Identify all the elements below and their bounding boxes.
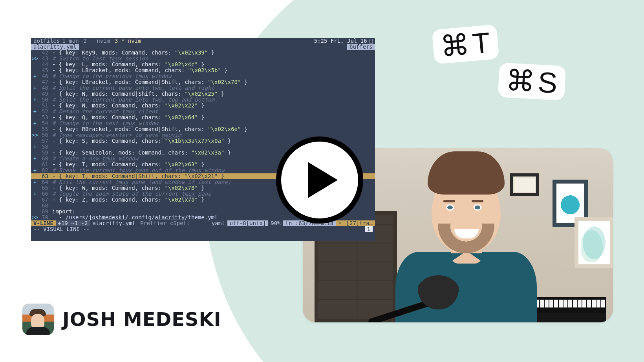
line-content: - { key: LBracket, mods: Command, chars:…: [50, 67, 375, 73]
line-content: # Detach the current tmux client: [50, 109, 375, 115]
code-line[interactable]: 44- { key: L, mods: Command, chars: "\x0…: [31, 62, 375, 67]
gutter-blank: [31, 138, 39, 144]
line-number: 50: [39, 97, 50, 103]
command-icon: ⌘: [505, 66, 536, 97]
gutter-plus-icon: +: [31, 97, 39, 103]
gutter-plus-icon: +: [31, 144, 39, 150]
gutter-blank: [31, 62, 39, 67]
shortcut-letter: T: [471, 28, 491, 59]
line-number: 65: [39, 185, 50, 191]
line-number: 67: [39, 197, 50, 203]
gutter-blank: [31, 91, 39, 97]
editor-count: 1: [365, 226, 373, 232]
status-encoding: utf-8[unix]: [227, 220, 269, 226]
line-content: # Change to the previous tmux window: [50, 73, 375, 79]
code-line[interactable]: +50# Split the current pane into two, to…: [31, 97, 375, 103]
status-filetype: yaml: [209, 220, 227, 226]
tmux-clock: 5:25 Fri, Jul 16: [314, 38, 367, 44]
line-content: - { key: N, mods: Command, chars: "\x02\…: [50, 103, 375, 109]
line-number: 46: [39, 73, 50, 79]
status-filename: alacritty.yml: [90, 220, 138, 226]
editor-buffers-label[interactable]: buffers: [347, 44, 375, 50]
line-number: 55: [39, 126, 50, 132]
gutter-plus-icon: +: [31, 191, 39, 197]
code-line[interactable]: +54# Change to the next tmux window: [31, 120, 375, 126]
gutter-blank: [31, 103, 39, 109]
code-line[interactable]: 47- { key: LBracket, mods: Command|Shift…: [31, 79, 375, 85]
line-content: - { key: RBracket, mods: Command|Shift, …: [50, 126, 375, 132]
code-line[interactable]: 42- { key: Key9, mods: Command, chars: "…: [31, 50, 375, 56]
tmux-tab-1[interactable]: 1 man: [60, 38, 81, 44]
code-line[interactable]: +48# Split the current pane into two, le…: [31, 85, 375, 91]
status-clock-icon: ☼: [336, 220, 344, 226]
line-number: 57: [39, 138, 50, 144]
line-number: 45: [39, 67, 50, 73]
gutter-blank: [31, 150, 39, 156]
gutter-arrow-icon: >>: [31, 56, 39, 62]
gutter-plus-icon: +: [31, 156, 39, 162]
gutter-blank: [31, 115, 39, 120]
line-content: - { key: L, mods: Command, chars: "\x02\…: [50, 62, 375, 67]
line-number: 54: [39, 120, 50, 126]
gutter-blank: [31, 197, 39, 203]
line-number: 52: [39, 109, 50, 115]
author-badge[interactable]: JOSH MEDESKI: [22, 304, 221, 335]
line-number: 56: [39, 132, 50, 138]
gutter-blank: [31, 79, 39, 85]
gutter-arrow-icon: >>: [31, 132, 39, 138]
line-number: 48: [39, 85, 50, 91]
gutter-blank: [31, 126, 39, 132]
gutter-plus-icon: +: [31, 120, 39, 126]
line-content: - { key: Q, mods: Command, chars: "\x02\…: [50, 115, 375, 120]
shortcut-letter: S: [537, 68, 558, 98]
line-content: # Change to the next tmux window: [50, 120, 375, 126]
gutter-blank: [31, 203, 39, 209]
gutter-plus-icon: +: [31, 109, 39, 115]
code-line[interactable]: 53- { key: Q, mods: Command, chars: "\x0…: [31, 115, 375, 120]
line-number: 63: [39, 173, 50, 179]
gutter-plus-icon: +: [31, 179, 39, 185]
line-number: 44: [39, 62, 50, 67]
gutter-plus-icon: +: [31, 167, 39, 173]
play-button[interactable]: [276, 136, 363, 224]
gutter-blank: [31, 67, 39, 73]
line-content: - { key: Key9, mods: Command, chars: "\x…: [50, 50, 375, 56]
author-name: JOSH MEDESKI: [62, 308, 221, 330]
gutter-plus-icon: +: [31, 85, 39, 91]
code-line[interactable]: 45- { key: LBracket, mods: Command, char…: [31, 67, 375, 73]
status-mode: V-LINE: [31, 220, 56, 226]
line-number: 68: [39, 203, 50, 209]
code-line[interactable]: 51- { key: N, mods: Command, chars: "\x0…: [31, 103, 375, 109]
line-content: # Split the current pane into two, top a…: [50, 97, 375, 103]
code-line[interactable]: >>43# Switch to last tmux session: [31, 56, 375, 62]
line-number: 64: [39, 179, 50, 185]
gutter-blank: [31, 209, 39, 215]
line-number: 43: [39, 56, 50, 62]
line-number: 47: [39, 79, 50, 85]
code-line[interactable]: +46# Change to the previous tmux window: [31, 73, 375, 79]
tmux-tab-2[interactable]: 2 - nvim: [81, 38, 112, 44]
code-line[interactable]: +52# Detach the current tmux client: [31, 109, 375, 115]
line-content: # Split the current pane into two, left …: [50, 85, 375, 91]
status-linters: Prettier cSpell: [138, 220, 192, 226]
line-content: - { key: N, mods: Command|Shift, chars: …: [50, 91, 375, 97]
tmux-tab-3[interactable]: 3 * nvim: [112, 38, 143, 44]
code-line[interactable]: 49- { key: N, mods: Command|Shift, chars…: [31, 91, 375, 97]
line-number: 61: [39, 162, 50, 167]
command-icon: ⌘: [439, 30, 470, 61]
editor-filename[interactable]: alacritty.yml: [31, 44, 79, 50]
code-line[interactable]: 55- { key: RBracket, mods: Command|Shift…: [31, 126, 375, 132]
gutter-blank: [31, 185, 39, 191]
shortcut-pill-cmd-t: ⌘ T: [432, 24, 499, 64]
editor-tabline: alacritty.yml buffers: [31, 44, 375, 50]
line-number: 59: [39, 150, 50, 156]
apple-icon: : [370, 38, 373, 44]
line-number: 53: [39, 115, 50, 120]
line-number: 58: [39, 144, 50, 150]
wall-frame-abstract: [574, 217, 613, 268]
microphone: [370, 263, 460, 322]
line-number: 51: [39, 103, 50, 109]
author-avatar: [22, 304, 54, 335]
gutter-blank: [31, 162, 39, 167]
gutter-plus-icon: +: [31, 73, 39, 79]
